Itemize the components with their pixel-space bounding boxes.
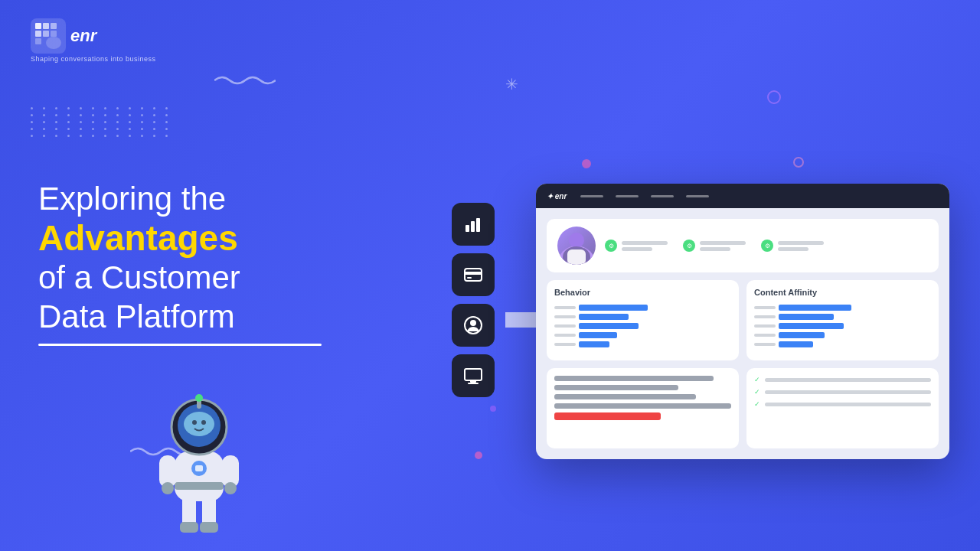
check-icon-2: ✓: [754, 388, 760, 396]
astronaut-mascot: [153, 383, 245, 536]
bar-row: [754, 305, 931, 311]
headline-line4: Data Platform: [38, 298, 322, 336]
nav-item-4: [686, 195, 709, 197]
stat-icon-2: ⚙: [683, 240, 695, 252]
bar-fill: [579, 314, 629, 320]
headline-line3: of a Customer: [38, 259, 322, 297]
svg-rect-40: [468, 383, 479, 384]
bar-row: [554, 305, 731, 311]
stat-lines-3: [778, 241, 824, 251]
check-line-3: [765, 403, 931, 406]
sidebar-icon-monitor[interactable]: [452, 354, 495, 397]
nav-item-3: [651, 195, 674, 197]
svg-rect-31: [471, 221, 475, 232]
svg-point-29: [195, 394, 203, 402]
stat-item-3: ⚙: [761, 240, 824, 252]
bar-label: [754, 334, 776, 337]
svg-rect-5: [51, 23, 57, 29]
svg-point-20: [224, 482, 237, 494]
svg-rect-6: [51, 31, 57, 37]
headline-area: Exploring the Advantages of a Customer D…: [38, 180, 322, 346]
logo-box: enr: [31, 18, 96, 54]
stat-line: [700, 247, 730, 251]
stat-line: [700, 241, 746, 245]
bar-fill: [579, 323, 639, 329]
check-icon-3: ✓: [754, 400, 760, 408]
stat-line: [622, 247, 652, 251]
bar-row: [754, 323, 931, 329]
pink-dot-1: [582, 159, 591, 168]
wave-top: [214, 73, 276, 88]
check-row-1: ✓: [754, 376, 931, 383]
data-bar: [554, 394, 696, 399]
svg-rect-35: [467, 277, 472, 279]
bar-label: [554, 324, 576, 328]
data-bar: [554, 376, 714, 381]
svg-rect-7: [35, 38, 41, 44]
bar-row: [554, 341, 731, 347]
sidebar-icon-user[interactable]: [452, 304, 495, 347]
dashboard-logo: ✦ enr: [547, 192, 567, 201]
dots-decoration: // Will be rendered inline via script be…: [31, 107, 173, 137]
profile-data-card: [547, 368, 739, 448]
stat-icon-1: ⚙: [605, 240, 617, 252]
bar-label: [554, 343, 576, 346]
svg-rect-3: [35, 31, 41, 37]
bar-row: [754, 341, 931, 347]
dashboard-titlebar: ✦ enr: [536, 184, 949, 208]
titlebar-nav: [580, 195, 709, 197]
sidebar-icon-analytics[interactable]: [452, 203, 495, 246]
svg-rect-32: [476, 218, 480, 232]
svg-point-8: [46, 37, 61, 49]
dashboard-content: ⚙ ⚙ ⚙: [536, 208, 949, 459]
bar-label: [754, 324, 776, 328]
svg-point-19: [162, 482, 174, 494]
sidebar-icons: [452, 203, 495, 397]
svg-rect-12: [200, 522, 218, 533]
logo-text: enr: [70, 26, 96, 46]
svg-point-37: [470, 320, 476, 326]
svg-point-43: [569, 233, 584, 248]
nav-item-2: [616, 195, 639, 197]
bar-fill: [779, 305, 851, 311]
svg-rect-11: [180, 522, 198, 533]
profile-stats: ⚙ ⚙ ⚙: [605, 240, 928, 252]
logo-tagline: Shaping conversations into business: [31, 55, 156, 63]
affinity-card-title: Content Affinity: [754, 288, 931, 297]
svg-rect-14: [175, 482, 224, 490]
stat-line: [778, 247, 808, 251]
svg-point-24: [184, 412, 214, 436]
bar-label: [754, 343, 776, 346]
bar-fill: [579, 332, 617, 338]
svg-rect-30: [466, 225, 469, 232]
data-bar: [554, 403, 731, 409]
headline-line2: Advantages: [38, 218, 322, 259]
bar-label: [754, 306, 776, 309]
stat-line: [778, 241, 824, 245]
affinity-bar-chart: [754, 305, 931, 347]
check-icon-1: ✓: [754, 376, 760, 383]
pink-dot-2: [475, 452, 482, 459]
stat-lines-1: [622, 241, 668, 251]
bar-fill: [579, 305, 648, 311]
stat-item-2: ⚙: [683, 240, 746, 252]
data-bar-red: [554, 412, 661, 420]
stat-icon-3: ⚙: [761, 240, 773, 252]
bar-label: [754, 315, 776, 318]
asterisk-1: ✳: [505, 75, 518, 93]
svg-rect-45: [567, 249, 586, 265]
pink-dot-3: [490, 406, 496, 412]
check-row-2: ✓: [754, 388, 931, 396]
headline-underline: [38, 344, 322, 346]
bar-row: [754, 332, 931, 338]
dashboard-window: ✦ enr ⚙: [536, 184, 949, 459]
stat-line: [622, 241, 668, 245]
checklist-card: ✓ ✓ ✓: [746, 368, 939, 448]
bar-label: [554, 334, 576, 337]
bar-label: [554, 306, 576, 309]
behavior-bar-chart: [554, 305, 731, 347]
circle-dec-1: [767, 90, 781, 104]
check-line-1: [765, 378, 931, 382]
sidebar-icon-cards[interactable]: [452, 253, 495, 296]
logo-icon: [31, 18, 66, 54]
